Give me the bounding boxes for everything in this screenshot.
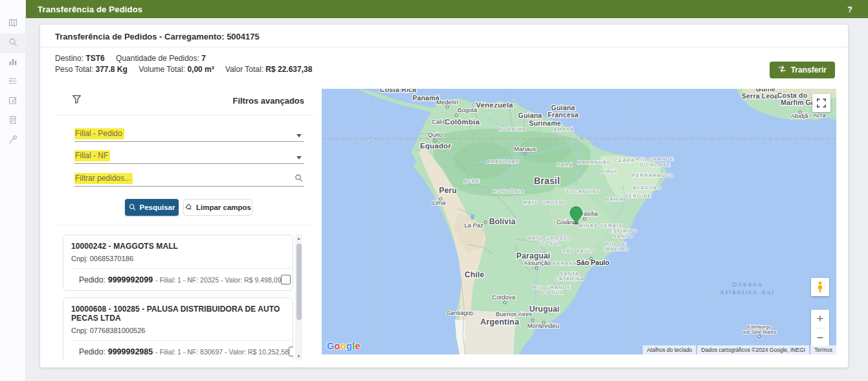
map-label: Serra Leoa	[742, 92, 778, 100]
map-label: dos Sete Mares	[742, 329, 777, 335]
summary-row-1: Destino: TST6 Quantidade de Pedidos: 7	[55, 53, 312, 64]
map-label: AMAZONAS	[487, 159, 520, 165]
sidebar-item-flow[interactable]	[0, 73, 26, 92]
summary-row-2: Peso Total: 377.8 Kg Volume Total: 0,00 …	[55, 64, 312, 75]
sidebar-item-search[interactable]	[0, 34, 26, 53]
order-card: 10000608 - 100285 - PALUSA DISTRIBUIDORA…	[63, 297, 293, 360]
map-label: Bolívia	[489, 217, 516, 226]
peso-label: Peso Total:	[55, 65, 93, 74]
map-label: MARANHÃO	[577, 159, 611, 165]
map-label: São Paulo	[577, 259, 610, 266]
city-dot	[799, 111, 801, 113]
peso-value: 377.8 Kg	[96, 65, 128, 74]
map-label: BAHIA	[606, 196, 624, 202]
map-label: Guiana	[518, 111, 542, 119]
sidebar-item-document[interactable]	[0, 111, 26, 131]
city-dot	[758, 335, 761, 338]
pegman-icon	[816, 281, 824, 293]
map-label: DO SUL	[539, 240, 561, 246]
zoom-in-button[interactable]: +	[811, 310, 829, 328]
transfer-icon	[778, 65, 786, 75]
map-label: Buenos Aires	[496, 310, 532, 318]
map-label: RORAIMA	[499, 126, 527, 132]
fullscreen-button[interactable]	[812, 94, 830, 112]
sidebar-item-tools[interactable]	[0, 131, 26, 150]
city-dot	[542, 321, 545, 324]
filial-nf-select[interactable]: Filial - NF	[74, 150, 304, 164]
map-label: Oceano	[732, 281, 763, 288]
scroll-down-arrow[interactable]: ▼	[295, 352, 302, 360]
app-window: Transferência de Pedidos ? Transferência…	[0, 0, 868, 381]
orders-list: 10000242 - MAGGOTS MALL Cnpj: 0068537018…	[63, 235, 293, 360]
map-label: SÃO PAULO	[562, 248, 597, 254]
bar-chart-icon	[8, 57, 17, 69]
pegman-button[interactable]	[811, 278, 829, 296]
zoom-out-button[interactable]: −	[811, 329, 829, 347]
edit-icon	[8, 96, 17, 108]
sidebar-item-map[interactable]	[0, 14, 26, 34]
volume-value: 0,00 m³	[187, 65, 214, 74]
help-button[interactable]: ?	[847, 5, 852, 14]
sidebar-item-charts[interactable]	[0, 53, 26, 73]
map-icon	[8, 18, 17, 30]
map-label: AMAPÁ	[553, 126, 574, 132]
zoom-control: + −	[811, 310, 829, 347]
order-row: Pedido: 9999992099 - Filial: 1 - NF: 203…	[71, 269, 285, 290]
terms-link[interactable]: Termos	[810, 345, 836, 354]
google-logo[interactable]: Google	[327, 341, 361, 351]
map-label: Córdova	[492, 294, 516, 301]
map-label: Peru	[439, 186, 456, 195]
map-label: Costa Rica	[380, 89, 416, 93]
map-label: RONDÔNIA	[493, 189, 524, 194]
advanced-filters-title[interactable]: Filtros avançados	[55, 96, 304, 106]
header-title: Transferência de Pedidos	[26, 5, 142, 14]
limpar-campos-button[interactable]: Limpar campos	[183, 199, 252, 216]
city-dot	[443, 121, 446, 123]
summary-block: Destino: TST6 Quantidade de Pedidos: 7 P…	[55, 53, 312, 75]
map-label: Argentina	[480, 318, 520, 327]
pesquisar-button[interactable]: Pesquisar	[125, 199, 179, 216]
destino-value: TST6	[85, 54, 104, 63]
map-label: Brasil	[534, 176, 560, 186]
sidebar-item-edit[interactable]	[0, 92, 26, 111]
city-dot	[446, 106, 449, 108]
customer-title: 10000242 - MAGGOTS MALL	[71, 242, 285, 251]
map-label: Santiago	[446, 309, 471, 316]
city-dot	[524, 152, 526, 155]
map-attribution: Atalhos do teclado Dados cartográficos ©…	[643, 345, 836, 354]
transfer-button[interactable]: Transferir	[770, 62, 835, 78]
divider	[55, 115, 314, 115]
filial-nf-placeholder: Filial - NF	[74, 150, 110, 161]
keyboard-shortcuts-link[interactable]: Atalhos do teclado	[643, 345, 696, 354]
city-dot	[440, 198, 442, 200]
flow-list-icon	[8, 76, 17, 88]
map-label: Panamá	[412, 94, 439, 102]
map-label: Atlântico Sul	[720, 288, 775, 295]
map-label: CEARÁ	[614, 157, 634, 163]
map-label: TOCANTINS	[566, 189, 600, 194]
map-label: Assunção	[524, 259, 551, 266]
filial-pedido-select[interactable]: Filial - Pedido	[74, 128, 304, 142]
document-icon	[8, 115, 17, 127]
map-label: CATARINA	[555, 276, 584, 282]
map-label: Manaus	[514, 145, 536, 152]
divider	[40, 47, 848, 47]
map-label: Lima	[432, 199, 446, 206]
map-canvas[interactable]: Costa RicaPanamáVenezuelaMedelínBogotáCa…	[322, 89, 836, 354]
app-header: Transferência de Pedidos ?	[26, 0, 868, 18]
filtrar-pedidos-input[interactable]: Filtrar pedidos...	[74, 173, 304, 187]
quantidade-value: 7	[201, 54, 206, 63]
order-checkbox[interactable]	[281, 275, 291, 284]
city-dot	[434, 139, 436, 142]
scroll-up-arrow[interactable]: ▲	[295, 235, 302, 242]
chevron-down-icon	[296, 156, 302, 159]
map-label: ACRE	[463, 178, 480, 184]
scrollbar-thumb[interactable]	[296, 244, 302, 320]
customer-title: 10000608 - 100285 - PALUSA DISTRIBUIDORA…	[71, 305, 285, 323]
map-label: Francesa	[548, 111, 579, 119]
map-label: PARANÁ	[553, 260, 577, 266]
filtrar-pedidos-placeholder: Filtrar pedidos...	[74, 173, 133, 184]
order-card: 10000242 - MAGGOTS MALL Cnpj: 0068537018…	[63, 235, 293, 291]
map-label: MATO GROSSO	[523, 200, 567, 205]
order-checkbox[interactable]	[289, 347, 293, 356]
